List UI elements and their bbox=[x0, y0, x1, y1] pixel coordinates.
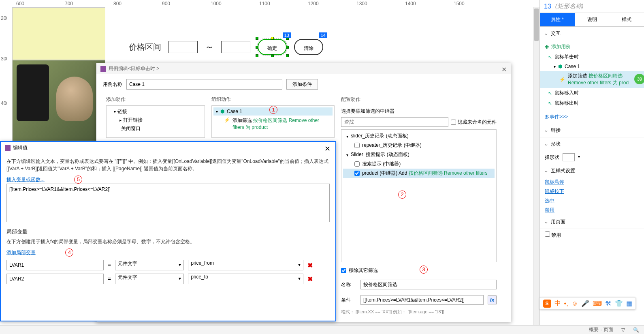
action-tree[interactable]: 链接 打开链接 关闭窗口 bbox=[106, 105, 205, 138]
close-icon[interactable]: ✕ bbox=[324, 144, 331, 153]
condition-label: 条件 bbox=[341, 297, 356, 304]
event-mouseenter[interactable]: ↖鼠标移入时 bbox=[540, 88, 644, 98]
more-events-link[interactable]: 多事件>>> bbox=[540, 110, 644, 124]
filter-name-input[interactable] bbox=[360, 280, 497, 289]
sogou-icon[interactable]: S bbox=[543, 300, 551, 308]
fx-button[interactable]: fx bbox=[488, 295, 497, 304]
ime-toolbar[interactable]: S 中 •, ☺ 🎤 ⌨ 🛠 👕 ▦ bbox=[540, 297, 636, 310]
close-icon[interactable]: ✕ bbox=[501, 66, 507, 73]
section-interactions[interactable]: 交互 bbox=[540, 27, 644, 40]
ime-chinese-icon[interactable]: 中 bbox=[554, 299, 561, 308]
tree-links[interactable]: 链接 bbox=[108, 107, 203, 116]
var-name-input[interactable] bbox=[6, 274, 104, 284]
condition-input[interactable] bbox=[360, 295, 484, 305]
clear-button[interactable]: 清除 14 bbox=[294, 39, 323, 55]
expression-textarea[interactable]: [[Item.Prices>=LVAR1&&Item.Prices<=LVAR2… bbox=[6, 184, 330, 222]
style-selected[interactable]: 选中 bbox=[540, 196, 644, 206]
insert-variable-link[interactable]: 插入变量或函数... bbox=[6, 177, 45, 182]
config-sublabel: 选择要添加筛选的中继器 bbox=[341, 108, 497, 115]
tab-notes[interactable]: 说明 bbox=[575, 13, 610, 26]
event-mouseleave[interactable]: ↖鼠标移出时 bbox=[540, 98, 644, 108]
footnote-14: 14 bbox=[319, 32, 327, 38]
tree-product-repeater[interactable]: product (中继器) Add 按价格区间筛选 Remove other f… bbox=[343, 169, 495, 178]
lightning-icon: ⚡ bbox=[224, 117, 230, 123]
yellow-rect[interactable] bbox=[12, 7, 105, 60]
ime-keyboard-icon[interactable]: ⌨ bbox=[593, 300, 602, 307]
tree-repeater-history[interactable]: repeater_历史记录 (中继器) bbox=[343, 141, 495, 150]
product-image[interactable] bbox=[12, 60, 105, 141]
shape-selector[interactable] bbox=[563, 153, 575, 161]
case-name-label: 用例名称 bbox=[103, 81, 122, 88]
price-to-input[interactable] bbox=[221, 41, 250, 53]
tree-search-hint[interactable]: 搜索提示 (中继器) bbox=[343, 159, 495, 169]
rp-icon bbox=[5, 145, 11, 151]
col-configure: 配置动作 bbox=[341, 96, 497, 103]
col-organize: 组织动作 bbox=[211, 96, 335, 103]
search-icon[interactable]: 🔍 bbox=[633, 327, 639, 333]
var-type-select[interactable]: 元件文字 bbox=[115, 274, 184, 284]
inspector-tabs: 属性 * 说明 样式 bbox=[540, 13, 644, 27]
event-click[interactable]: ↖鼠标单击时 bbox=[540, 52, 644, 62]
local-vars-heading: 局部变量 bbox=[6, 228, 330, 236]
ime-person-icon[interactable]: 🛠 bbox=[605, 300, 612, 307]
annotation-3: 3 bbox=[420, 265, 428, 274]
search-input[interactable] bbox=[341, 117, 448, 127]
style-hover[interactable]: 鼠标悬停 bbox=[540, 178, 644, 187]
tree-close-window[interactable]: 关闭窗口 bbox=[108, 124, 203, 133]
delete-icon[interactable]: ✖ bbox=[307, 275, 313, 283]
filter-icon[interactable]: ▽ bbox=[621, 327, 625, 333]
section-ref-page[interactable]: 用页面 bbox=[540, 215, 644, 229]
ime-mic-icon[interactable]: 🎤 bbox=[581, 300, 589, 307]
widget-name[interactable]: (矩形名称) bbox=[555, 2, 584, 10]
vertical-scrollbar[interactable] bbox=[533, 7, 540, 334]
remove-others-checkbox[interactable] bbox=[341, 268, 346, 273]
var-name-input[interactable] bbox=[6, 260, 104, 270]
event-action-filter[interactable]: ⚡添加筛选 按价格区间筛选 Remove other filters 为 pro… bbox=[540, 71, 644, 88]
case-name-input[interactable] bbox=[126, 79, 282, 90]
edit-title-bar[interactable]: 编辑值 bbox=[1, 142, 335, 154]
annotation-1: 1 bbox=[269, 106, 277, 114]
style-disabled[interactable]: 禁用 bbox=[540, 206, 644, 215]
status-overview: 概要：页面 bbox=[589, 326, 613, 333]
section-link[interactable]: 链接 bbox=[540, 124, 644, 137]
ime-grid-icon[interactable]: ▦ bbox=[626, 300, 632, 307]
ime-skin-icon[interactable]: 👕 bbox=[615, 300, 623, 307]
tree-slider-history[interactable]: slider_历史记录 (动态面板) bbox=[343, 131, 495, 141]
edit-description: 在下方编辑区输入文本，变量名称或表达式要写在 "[[""]]" 中。例如：插入变… bbox=[6, 158, 330, 172]
tab-properties[interactable]: 属性 * bbox=[540, 13, 575, 26]
section-shape[interactable]: 形状 bbox=[540, 137, 644, 151]
price-range-row: 价格区间 ～ 确定 13 清除 14 bbox=[129, 39, 323, 55]
tree-open-link[interactable]: 打开链接 bbox=[108, 116, 203, 124]
event-case-1[interactable]: ⬢Case 1 bbox=[540, 62, 644, 71]
widget-number: 13 bbox=[544, 3, 551, 10]
cursor-icon: ↖ bbox=[548, 101, 552, 106]
rp-icon bbox=[100, 66, 106, 72]
cursor-icon: ↖ bbox=[548, 54, 552, 60]
dialog-title-bar[interactable]: 用例编辑<鼠标单击时 > bbox=[96, 63, 511, 74]
tab-style[interactable]: 样式 bbox=[609, 13, 644, 26]
remove-others-row[interactable]: 移除其它筛选 3 bbox=[341, 267, 497, 274]
hide-unnamed-checkbox[interactable]: 隐藏未命名的元件 bbox=[451, 119, 497, 126]
price-from-input[interactable] bbox=[168, 41, 198, 53]
delete-icon[interactable]: ✖ bbox=[307, 261, 313, 269]
ok-button[interactable]: 确定 13 bbox=[258, 39, 287, 55]
repeater-tree[interactable]: slider_历史记录 (动态面板) repeater_历史记录 (中继器) S… bbox=[341, 129, 497, 262]
edit-value-dialog: 编辑值 ✕ 在下方编辑区输入文本，变量名称或表达式要写在 "[[""]]" 中。… bbox=[0, 141, 336, 321]
add-local-var-link[interactable]: 添加局部变量 bbox=[6, 250, 36, 255]
var-target-select[interactable]: price_to bbox=[188, 274, 303, 284]
disable-checkbox[interactable]: 禁用 bbox=[545, 231, 561, 239]
tree-slider-search[interactable]: Slider_搜索提示 (动态面板) bbox=[343, 150, 495, 159]
ime-punct-icon[interactable]: •, bbox=[564, 300, 568, 307]
org-action-filter[interactable]: ⚡ 添加筛选 按价格区间筛选 Remove other filters 为 pr… bbox=[213, 116, 333, 133]
var-type-select[interactable]: 元件文字 bbox=[115, 260, 184, 270]
local-vars-desc: 在下方创建用于插入fx的局部变量，局部变量名称必须是字母、数字，不允许包含空格。 bbox=[6, 238, 330, 245]
green-badge-39[interactable]: 39 bbox=[634, 74, 644, 84]
ime-face-icon[interactable]: ☺ bbox=[571, 300, 578, 307]
style-pressed[interactable]: 鼠标按下 bbox=[540, 187, 644, 196]
var-target-select[interactable]: price_from bbox=[188, 260, 303, 270]
filter-name-label: 名称 bbox=[341, 281, 356, 288]
organize-box[interactable]: 1 ⬢ Case 1 ⚡ 添加筛选 按价格区间筛选 Remove other f… bbox=[211, 105, 335, 138]
section-interactive-style[interactable]: 互样式设置 bbox=[540, 164, 644, 178]
add-case-button[interactable]: ✚添加用例 bbox=[540, 42, 644, 52]
add-condition-button[interactable]: 添加条件 bbox=[286, 79, 318, 90]
